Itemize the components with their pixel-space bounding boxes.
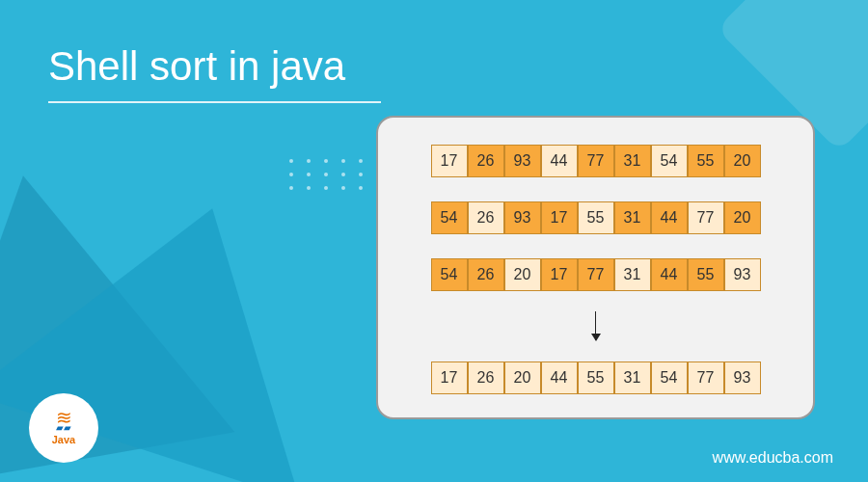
array-cell: 93 <box>504 145 541 177</box>
array-cell: 54 <box>431 258 468 291</box>
array-cell: 77 <box>688 201 724 234</box>
array-cell: 31 <box>614 258 651 291</box>
array-cell: 26 <box>468 145 504 177</box>
array-cell: 93 <box>504 201 541 234</box>
java-logo-icon: ≋ ▰▰ Java <box>29 393 98 463</box>
array-cell: 44 <box>541 362 578 394</box>
array-cell: 26 <box>468 201 504 234</box>
array-cell: 20 <box>504 258 541 291</box>
array-cell: 77 <box>578 145 614 177</box>
array-cell: 20 <box>504 362 541 394</box>
array-cell: 20 <box>724 201 761 234</box>
array-cell: 17 <box>431 362 468 394</box>
array-cell: 17 <box>431 145 468 177</box>
array-cell: 93 <box>724 258 761 291</box>
array-cell: 55 <box>578 362 614 394</box>
array-cell: 55 <box>578 201 614 234</box>
java-logo-text: Java <box>52 434 75 445</box>
array-cell: 54 <box>431 201 468 234</box>
array-row: 542693175531447720 <box>431 201 761 234</box>
diagram-card: 1726934477315455205426931755314477205426… <box>376 116 815 419</box>
array-cell: 54 <box>651 362 688 394</box>
array-cell: 17 <box>541 201 578 234</box>
array-cell: 26 <box>468 258 504 291</box>
array-cell: 44 <box>651 258 688 291</box>
array-cell: 31 <box>614 145 651 177</box>
array-cell: 44 <box>541 145 578 177</box>
array-cell: 55 <box>688 145 724 177</box>
array-cell: 17 <box>541 258 578 291</box>
array-cell: 54 <box>651 145 688 177</box>
arrow-down-icon <box>595 308 596 343</box>
java-cup-icon: ▰▰ <box>56 424 71 432</box>
array-row: 172693447731545520 <box>431 145 761 177</box>
array-row: 542620177731445593 <box>431 258 761 291</box>
array-cell: 31 <box>614 201 651 234</box>
array-cell: 93 <box>724 362 761 394</box>
array-cell: 77 <box>578 258 614 291</box>
array-cell: 77 <box>688 362 724 394</box>
array-cell: 55 <box>688 258 724 291</box>
array-cell: 44 <box>651 201 688 234</box>
array-row: 172620445531547793 <box>431 362 761 394</box>
array-cell: 20 <box>724 145 761 177</box>
title-underline <box>48 101 381 103</box>
array-cell: 31 <box>614 362 651 394</box>
page-title: Shell sort in java <box>48 43 345 90</box>
site-url: www.educba.com <box>713 449 833 467</box>
array-cell: 26 <box>468 362 504 394</box>
